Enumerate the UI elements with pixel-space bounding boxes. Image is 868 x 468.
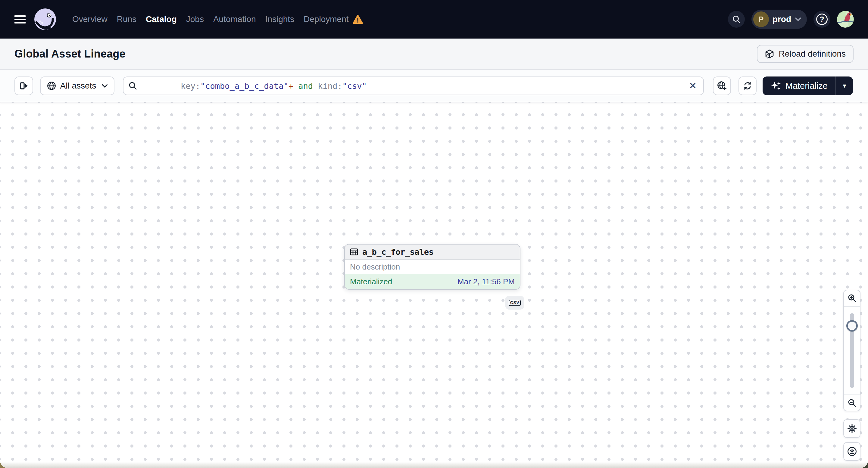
materialize-label: Materialize [785, 81, 828, 91]
reload-definitions-button[interactable]: Reload definitions [757, 45, 854, 63]
help-icon: ? [816, 13, 828, 25]
nav-item-jobs[interactable]: Jobs [186, 14, 204, 24]
panel-expand-icon [19, 81, 29, 91]
nav-item-insights[interactable]: Insights [265, 14, 294, 24]
asset-description: No description [345, 259, 520, 274]
materialize-split-button: Materialize ▾ [763, 76, 853, 95]
asset-search-input[interactable]: key:"combo_a_b_c_data"+ and kind:"csv" ✕ [123, 76, 704, 95]
nav-item-catalog[interactable]: Catalog [146, 14, 177, 24]
globe-plus-icon [717, 81, 727, 91]
sparkles-icon [770, 81, 781, 91]
help-button[interactable]: ? [813, 11, 830, 28]
warning-triangle-icon [353, 15, 363, 24]
environment-avatar: P [753, 11, 769, 27]
lineage-toolbar: All assets key:"combo_a_b_c_data"+ and k… [0, 70, 868, 102]
primary-nav: Overview Runs Catalog Jobs Automation In… [72, 14, 363, 24]
chevron-down-icon [795, 17, 801, 21]
nav-item-deployment[interactable]: Deployment [304, 14, 363, 24]
reload-definitions-label: Reload definitions [779, 49, 846, 59]
csv-kind-icon: CSV [509, 300, 521, 306]
zoom-slider [844, 307, 860, 395]
globe-icon [47, 81, 56, 91]
clear-search-icon[interactable]: ✕ [688, 80, 698, 92]
download-icon [847, 446, 857, 457]
refresh-icon [743, 81, 752, 91]
environment-switcher[interactable]: P prod [751, 10, 807, 29]
environment-name: prod [773, 14, 791, 24]
zoom-control-group [843, 290, 861, 411]
hamburger-menu-icon[interactable] [14, 15, 26, 24]
table-icon [350, 248, 359, 256]
dagster-logo-icon[interactable] [34, 8, 56, 30]
zoom-in-button[interactable] [844, 290, 860, 307]
asset-scope-label: All assets [60, 81, 96, 91]
search-button[interactable] [728, 11, 745, 28]
asset-scope-dropdown[interactable]: All assets [40, 76, 115, 95]
lineage-graph-canvas[interactable]: a_b_c_for_sales No description Materiali… [0, 102, 868, 468]
zoom-slider-handle[interactable] [846, 320, 858, 332]
asset-materialization-timestamp[interactable]: Mar 2, 11:56 PM [458, 277, 515, 286]
materialize-button[interactable]: Materialize [763, 76, 835, 95]
download-graph-button[interactable] [843, 442, 861, 461]
zoom-out-icon [847, 399, 857, 407]
page-title: Global Asset Lineage [14, 48, 126, 60]
asset-status-row: Materialized Mar 2, 11:56 PM [345, 274, 520, 289]
asset-kind-badge[interactable]: CSV [505, 296, 524, 310]
user-avatar[interactable] [837, 11, 854, 28]
asset-name: a_b_c_for_sales [362, 247, 433, 257]
zoom-out-button[interactable] [844, 395, 860, 411]
graph-settings-button[interactable] [843, 419, 861, 438]
refresh-graph-button[interactable] [739, 76, 756, 95]
asset-node[interactable]: a_b_c_for_sales No description Materiali… [344, 244, 521, 290]
nav-item-automation[interactable]: Automation [213, 14, 256, 24]
materialize-options-button[interactable]: ▾ [836, 76, 853, 95]
gear-icon [847, 424, 857, 433]
reload-cube-icon [765, 49, 774, 59]
asset-node-header: a_b_c_for_sales [345, 245, 520, 259]
open-left-panel-button[interactable] [14, 76, 33, 95]
graph-view-controls [843, 290, 861, 461]
add-to-catalog-view-button[interactable] [713, 76, 731, 95]
caret-down-icon: ▾ [843, 82, 846, 90]
nav-item-overview[interactable]: Overview [72, 14, 107, 24]
search-icon [128, 81, 137, 90]
nav-item-runs[interactable]: Runs [117, 14, 136, 24]
search-query-text: key:"combo_a_b_c_data"+ and kind:"csv" [142, 72, 688, 100]
search-icon [732, 15, 741, 24]
dagster-app-window: Overview Runs Catalog Jobs Automation In… [0, 0, 868, 468]
page-header: Global Asset Lineage Reload definitions [0, 38, 868, 70]
zoom-in-icon [847, 293, 857, 303]
chevron-down-icon [102, 84, 108, 88]
asset-status-label: Materialized [350, 277, 392, 286]
top-nav-bar: Overview Runs Catalog Jobs Automation In… [0, 0, 868, 38]
topbar-right-cluster: P prod ? [728, 10, 854, 29]
